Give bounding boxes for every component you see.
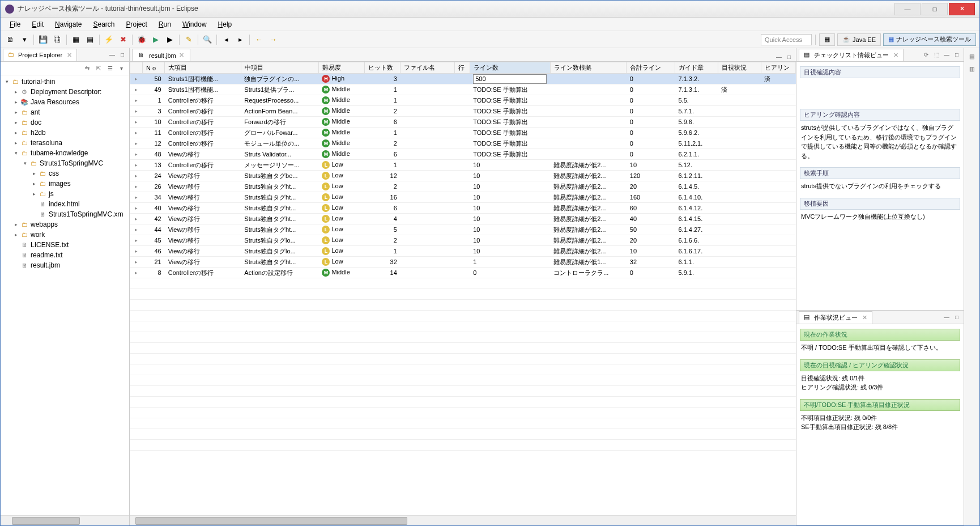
expander-icon[interactable]: ▸ xyxy=(30,191,38,197)
tree-item[interactable]: ▾🗀tutorial-thin xyxy=(1,77,129,87)
column-header[interactable]: 合計ライン xyxy=(627,62,675,74)
lines-cell[interactable]: 10 xyxy=(470,171,550,181)
expander-icon[interactable]: ▸ xyxy=(12,140,20,146)
lines-cell[interactable]: 10 xyxy=(470,224,550,235)
tree-item[interactable]: 🗎result.jbm xyxy=(1,260,129,270)
tree-item[interactable]: ▸📚Java Resources xyxy=(1,97,129,107)
row-expander[interactable]: ▸ xyxy=(130,192,143,203)
column-header[interactable]: 難易度 xyxy=(318,62,364,74)
link-editor-button[interactable]: ⇱ xyxy=(94,64,103,73)
editor-tab-result[interactable]: 🗎 result.jbm ✕ xyxy=(132,49,190,61)
expander-icon[interactable]: ▸ xyxy=(12,109,20,115)
project-tree[interactable]: ▾🗀tutorial-thin▸⚙Deployment Descriptor: … xyxy=(1,75,129,515)
explorer-hscrollbar[interactable] xyxy=(1,515,129,525)
tree-item[interactable]: ▸🗀ant xyxy=(1,107,129,117)
column-header[interactable]: ライン数根拠 xyxy=(550,62,627,74)
menu-window[interactable]: Window xyxy=(177,19,212,30)
row-expander[interactable]: ▸ xyxy=(130,268,143,278)
row-expander[interactable]: ▸ xyxy=(130,224,143,235)
minimize-editor-button[interactable]: — xyxy=(774,52,783,61)
lines-cell[interactable]: TODO:SE 手動算出 xyxy=(470,106,550,117)
table-row[interactable]: ▸50Struts1固有機能...独自プラグインの...HHigh307.1.3… xyxy=(130,74,796,84)
table-row[interactable]: ▸1Controllerの移行RequestProcesso...MMiddle… xyxy=(130,95,796,106)
row-expander[interactable]: ▸ xyxy=(130,117,143,128)
expander-icon[interactable]: ▾ xyxy=(12,150,20,156)
table-row[interactable]: ▸3Controllerの移行ActionForm Bean...MMiddle… xyxy=(130,106,796,117)
new-dropdown[interactable]: ▾ xyxy=(18,33,31,46)
tree-item[interactable]: ▸🗀images xyxy=(1,179,129,189)
maximize-editor-button[interactable]: □ xyxy=(785,52,794,61)
lines-cell[interactable]: TODO:SE 手動算出 xyxy=(470,84,550,95)
expander-icon[interactable]: ▸ xyxy=(12,89,20,95)
column-header[interactable]: ライン数 xyxy=(470,62,550,74)
checklist-toolbar-1[interactable]: ⟳ xyxy=(922,50,931,60)
expander-icon[interactable]: ▾ xyxy=(21,160,29,166)
lines-cell[interactable]: TODO:SE 手動算出 xyxy=(470,117,550,128)
expander-icon[interactable]: ▾ xyxy=(3,79,11,84)
row-expander[interactable]: ▸ xyxy=(130,171,143,181)
table-row[interactable]: ▸12Controllerの移行モジュール単位の...MMiddle2TODO:… xyxy=(130,138,796,149)
lines-cell[interactable]: 10 xyxy=(470,214,550,224)
table-row[interactable]: ▸8Controllerの移行Actionの設定移行MMiddle140コントロ… xyxy=(130,268,796,278)
run-ext-button[interactable]: ▶ xyxy=(164,33,176,46)
save-button[interactable]: 💾 xyxy=(37,33,49,46)
expander-icon[interactable]: ▸ xyxy=(12,222,20,227)
row-expander[interactable]: ▸ xyxy=(130,235,143,246)
tree-item[interactable]: ▸🗀terasoluna xyxy=(1,138,129,148)
save-all-button[interactable]: ⿻ xyxy=(51,33,63,46)
lines-cell[interactable]: TODO:SE 手動算出 xyxy=(470,128,550,138)
expander-icon[interactable]: ▸ xyxy=(12,99,20,105)
tree-item[interactable]: 🗎index.html xyxy=(1,199,129,209)
nav-right-button[interactable]: ▸ xyxy=(234,33,246,46)
lines-input[interactable] xyxy=(473,74,547,84)
wand-button[interactable]: ⚡ xyxy=(103,33,115,46)
row-expander[interactable]: ▸ xyxy=(130,84,143,95)
close-icon[interactable]: ✕ xyxy=(893,52,898,59)
row-expander[interactable]: ▸ xyxy=(130,106,143,117)
column-header[interactable]: N o xyxy=(143,62,165,74)
lines-cell[interactable]: 10 xyxy=(470,160,550,171)
maximize-button[interactable]: □ xyxy=(922,3,948,15)
lines-cell[interactable]: 10 xyxy=(470,235,550,246)
lines-cell[interactable]: TODO:SE 手動算出 xyxy=(470,95,550,106)
checklist-toolbar-2[interactable]: ⬚ xyxy=(932,50,941,60)
expander-icon[interactable]: ▸ xyxy=(12,120,20,125)
menu-help[interactable]: Help xyxy=(212,19,238,30)
tree-item[interactable]: ▾🗀tubame-knowledge xyxy=(1,148,129,158)
close-button[interactable]: ✕ xyxy=(949,3,975,15)
table-row[interactable]: ▸13Controllerの移行メッセージリソー...LLow110難易度詳細が… xyxy=(130,160,796,171)
column-header[interactable]: 目視状況 xyxy=(718,62,761,74)
tree-item[interactable]: ▾🗀Struts1ToSpringMVC xyxy=(1,158,129,168)
tree-item[interactable]: ▸🗀work xyxy=(1,230,129,240)
column-header[interactable] xyxy=(130,62,143,74)
table-row[interactable]: ▸34Viewの移行Struts独自タグht...LLow1610難易度詳細が低… xyxy=(130,192,796,203)
column-header[interactable]: 中項目 xyxy=(241,62,318,74)
row-expander[interactable]: ▸ xyxy=(130,257,143,268)
tree-item[interactable]: ▸🗀h2db xyxy=(1,128,129,138)
minimize-view-button[interactable]: — xyxy=(108,50,117,60)
maximize-view-button[interactable]: □ xyxy=(952,50,961,60)
table-row[interactable]: ▸11Controllerの移行グローバルFowar...MMiddle1TOD… xyxy=(130,128,796,138)
project-explorer-tab[interactable]: 🗀 Project Explorer ✕ xyxy=(3,49,77,61)
lines-cell[interactable]: 10 xyxy=(470,246,550,257)
kb-perspective-button[interactable]: ▦ナレッジベース検索ツール xyxy=(883,33,976,46)
column-header[interactable]: 行 xyxy=(454,62,470,74)
open-perspective-button[interactable]: ▦ xyxy=(819,33,835,46)
row-expander[interactable]: ▸ xyxy=(130,214,143,224)
quick-access-input[interactable]: Quick Access xyxy=(761,34,812,45)
row-expander[interactable]: ▸ xyxy=(130,149,143,160)
run-button[interactable]: ▶ xyxy=(150,33,162,46)
row-expander[interactable]: ▸ xyxy=(130,160,143,171)
column-header[interactable]: ガイド章 xyxy=(675,62,718,74)
trim-item-1[interactable]: ▤ xyxy=(968,52,977,61)
filter-button[interactable]: ☰ xyxy=(105,64,114,73)
lines-cell[interactable]: 10 xyxy=(470,192,550,203)
row-expander[interactable]: ▸ xyxy=(130,128,143,138)
table-row[interactable]: ▸26Viewの移行Struts独自タグht...LLow210難易度詳細が低2… xyxy=(130,181,796,192)
close-tab-icon[interactable]: ✕ xyxy=(67,52,72,59)
lines-cell[interactable]: 1 xyxy=(470,257,550,268)
lines-cell[interactable]: TODO:SE 手動算出 xyxy=(470,138,550,149)
tree-item[interactable]: ▸🗀js xyxy=(1,189,129,199)
menu-file[interactable]: File xyxy=(4,19,26,30)
view-menu-button[interactable]: ▾ xyxy=(117,64,126,73)
